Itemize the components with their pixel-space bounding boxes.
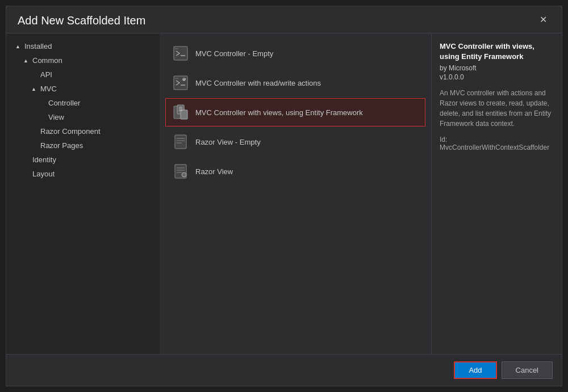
sidebar-label-mvc: MVC bbox=[40, 85, 57, 93]
info-title: MVC Controller with views, using Entity … bbox=[440, 41, 554, 62]
scaffold-label-mvc-readwrite: MVC Controller with read/write actions bbox=[195, 79, 321, 87]
sidebar-label-razor-component: Razor Component bbox=[40, 127, 101, 136]
scaffold-item-razor-empty[interactable]: Razor View - Empty bbox=[165, 128, 425, 156]
close-button[interactable]: ✕ bbox=[536, 14, 550, 26]
sidebar-label-common: Common bbox=[32, 56, 62, 65]
sidebar-item-mvc[interactable]: ▲ MVC bbox=[6, 82, 160, 96]
cancel-button[interactable]: Cancel bbox=[502, 361, 553, 379]
add-scaffolded-item-dialog: Add New Scaffolded Item ✕ ▲ Installed ▲ … bbox=[6, 6, 562, 386]
sidebar-item-identity[interactable]: ▶ Identity bbox=[6, 153, 160, 167]
info-panel: MVC Controller with views, using Entity … bbox=[431, 33, 562, 354]
sidebar-item-view[interactable]: ▶ View bbox=[6, 110, 160, 124]
dialog-content: ▲ Installed ▲ Common ▶ API bbox=[6, 33, 562, 354]
sidebar-item-layout[interactable]: ▶ Layout bbox=[6, 167, 160, 181]
sidebar-label-identity: Identity bbox=[32, 155, 56, 164]
dialog-footer: Add Cancel bbox=[6, 354, 562, 386]
arrow-common: ▲ bbox=[23, 57, 31, 65]
scaffold-icon-razor-view bbox=[172, 162, 190, 180]
sidebar-item-razor-component[interactable]: ▶ Razor Component bbox=[6, 124, 160, 138]
sidebar-label-controller: Controller bbox=[48, 99, 80, 107]
add-button[interactable]: Add bbox=[454, 361, 496, 379]
sidebar-label-api: API bbox=[40, 70, 52, 79]
info-description: An MVC controller with actions and Razor… bbox=[440, 88, 554, 129]
sidebar-item-razor-pages[interactable]: ▶ Razor Pages bbox=[6, 138, 160, 153]
scaffold-item-mvc-readwrite[interactable]: MVC Controller with read/write actions bbox=[165, 69, 425, 97]
sidebar-item-api[interactable]: ▶ API bbox=[6, 68, 160, 82]
scaffold-item-mvc-empty[interactable]: MVC Controller - Empty bbox=[165, 39, 425, 68]
sidebar-label-razor-pages: Razor Pages bbox=[40, 141, 83, 150]
scaffold-label-mvc-ef: MVC Controller with views, using Entity … bbox=[195, 108, 363, 117]
arrow-mvc: ▲ bbox=[31, 85, 39, 93]
info-version: v1.0.0.0 bbox=[440, 73, 554, 81]
scaffold-label-razor-empty: Razor View - Empty bbox=[195, 138, 261, 146]
scaffold-icon-razor-empty bbox=[172, 133, 190, 151]
dialog-title: Add New Scaffolded Item bbox=[18, 14, 145, 27]
scaffold-label-mvc-empty: MVC Controller - Empty bbox=[195, 49, 273, 58]
info-id: Id: MvcControllerWithContextScaffolder bbox=[440, 136, 554, 151]
sidebar-item-controller[interactable]: ▶ Controller bbox=[6, 96, 160, 110]
scaffold-list: MVC Controller - Empty MVC Controller wi… bbox=[160, 33, 431, 354]
sidebar-label-view: View bbox=[48, 113, 64, 121]
svg-rect-7 bbox=[181, 110, 187, 119]
sidebar-label-installed: Installed bbox=[24, 42, 52, 50]
sidebar-tree: ▲ Installed ▲ Common ▶ API bbox=[6, 33, 160, 354]
scaffold-icon-mvc-ef bbox=[172, 103, 190, 121]
scaffold-icon-mvc-readwrite bbox=[172, 74, 190, 92]
scaffold-item-mvc-ef[interactable]: MVC Controller with views, using Entity … bbox=[165, 98, 425, 127]
scaffold-label-razor-view: Razor View bbox=[195, 167, 233, 176]
svg-rect-11 bbox=[175, 135, 186, 149]
arrow-installed: ▲ bbox=[15, 43, 23, 50]
sidebar-label-layout: Layout bbox=[32, 170, 55, 178]
scaffold-item-razor-view[interactable]: Razor View bbox=[165, 157, 425, 186]
sidebar-item-common[interactable]: ▲ Common bbox=[6, 53, 160, 68]
svg-point-19 bbox=[182, 172, 186, 177]
title-bar: Add New Scaffolded Item ✕ bbox=[6, 6, 562, 33]
info-by: by Microsoft bbox=[440, 64, 554, 72]
scaffold-icon-mvc-empty bbox=[172, 44, 190, 62]
sidebar-item-installed[interactable]: ▲ Installed bbox=[6, 39, 160, 53]
